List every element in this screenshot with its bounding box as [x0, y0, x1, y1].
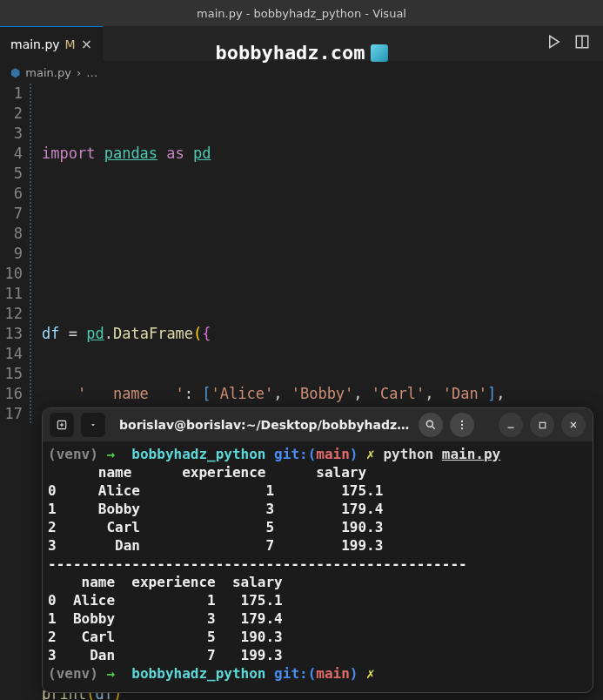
- maximize-button[interactable]: [530, 413, 554, 437]
- output-row: 2 Carl 5 190.3: [48, 629, 283, 645]
- code-line: ' name ': ['Alice', 'Bobby', 'Carl', 'Da…: [30, 384, 603, 404]
- svg-rect-11: [539, 422, 545, 427]
- output-row: 1 Bobby 3 179.4: [48, 501, 383, 517]
- line-number: 12: [0, 304, 23, 324]
- line-gutter: 1 2 3 4 5 6 7 8 9 10 11 12 13 14 15 16 1…: [0, 84, 30, 700]
- tab-modified-marker: M: [65, 37, 76, 51]
- output-row: 3 Dan 7 199.3: [48, 537, 383, 554]
- window-title: main.py - bobbyhadz_python - Visual: [197, 7, 406, 20]
- output-divider: ----------------------------------------…: [48, 555, 467, 572]
- line-number: 15: [0, 364, 23, 384]
- code-line: df = pd.DataFrame({: [30, 324, 603, 344]
- dropdown-button[interactable]: [81, 413, 105, 437]
- output-row: 3 Dan 7 199.3: [48, 647, 283, 663]
- line-number: 4: [0, 144, 23, 164]
- terminal-window: borislav@borislav:~/Desktop/bobbyhadz_py…: [42, 407, 593, 693]
- line-number: 6: [0, 184, 23, 204]
- line-number: 1: [0, 84, 23, 104]
- line-number: 10: [0, 264, 23, 284]
- tab-main-py[interactable]: main.py M ×: [0, 26, 103, 61]
- title-bar: main.py - bobbyhadz_python - Visual: [0, 0, 603, 26]
- code-line: import pandas as pd: [30, 144, 603, 164]
- svg-point-8: [461, 424, 463, 426]
- close-button[interactable]: [561, 413, 586, 437]
- output-row: 2 Carl 5 190.3: [48, 519, 383, 535]
- svg-line-6: [432, 427, 435, 429]
- tab-filename: main.py: [10, 37, 60, 51]
- line-number: 14: [0, 344, 23, 364]
- output-header: name experience salary: [48, 464, 383, 481]
- output-row: 0 Alice 1 175.1: [48, 482, 383, 499]
- split-icon[interactable]: [574, 34, 590, 53]
- terminal-titlebar[interactable]: borislav@borislav:~/Desktop/bobbyhadz_py…: [43, 408, 593, 441]
- breadcrumb-sep: ›: [77, 66, 81, 79]
- line-number: 5: [0, 164, 23, 184]
- close-icon[interactable]: ×: [81, 36, 92, 52]
- indent-guide: [30, 84, 31, 424]
- terminal-title: borislav@borislav:~/Desktop/bobbyhadz_py…: [112, 418, 412, 432]
- minimize-button[interactable]: [499, 413, 523, 437]
- tab-bar: main.py M ×: [0, 26, 603, 61]
- line-number: 2: [0, 104, 23, 124]
- menu-icon[interactable]: [450, 413, 474, 437]
- svg-point-5: [426, 421, 432, 427]
- line-number: 8: [0, 224, 23, 244]
- code-line: [30, 204, 603, 224]
- line-number: 9: [0, 244, 23, 264]
- run-icon[interactable]: [546, 34, 562, 53]
- line-number: 16: [0, 384, 23, 404]
- terminal-content[interactable]: (venv) → bobbyhadz_python git:(main) ✗ p…: [43, 441, 593, 686]
- line-number: 11: [0, 284, 23, 304]
- new-tab-button[interactable]: [50, 413, 74, 437]
- line-number: 7: [0, 204, 23, 224]
- svg-point-7: [461, 421, 463, 422]
- output-row: 1 Bobby 3 179.4: [48, 610, 283, 627]
- output-header: name experience salary: [48, 574, 283, 590]
- line-number: 3: [0, 124, 23, 144]
- line-number: 13: [0, 324, 23, 344]
- breadcrumb[interactable]: ⬢ main.py › …: [0, 61, 603, 84]
- svg-point-9: [461, 427, 463, 429]
- breadcrumb-file: main.py: [25, 66, 71, 79]
- editor-actions: [546, 34, 603, 53]
- python-icon: ⬢: [10, 66, 20, 79]
- output-row: 0 Alice 1 175.1: [48, 592, 283, 609]
- search-icon[interactable]: [419, 413, 443, 437]
- code-line: [30, 264, 603, 284]
- breadcrumb-more: …: [86, 66, 97, 79]
- line-number: 17: [0, 404, 23, 424]
